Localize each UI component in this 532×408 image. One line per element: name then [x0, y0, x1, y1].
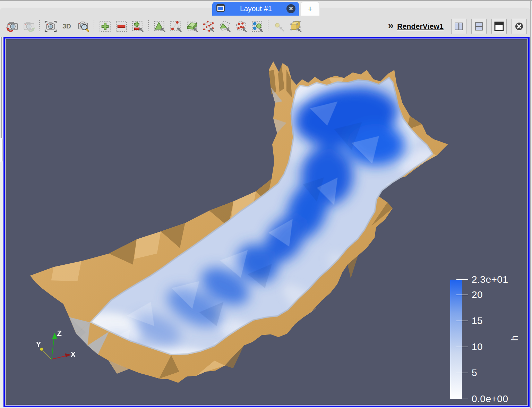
axis-y-label: Y — [36, 340, 41, 349]
legend-max-label: 2.3e+01 — [472, 274, 508, 285]
capture-screenshot-icon — [44, 20, 57, 33]
close-tab-button[interactable]: ✕ — [286, 4, 295, 13]
render-view-frame: X Y Z 2.3e+01 20 15 10 5 0.0e+00 h — [3, 37, 530, 407]
axis-z-label: Z — [57, 329, 62, 338]
layout-tab-icon — [216, 3, 225, 14]
close-icon: ✕ — [289, 6, 293, 12]
toolbar-separator — [148, 20, 149, 33]
camera-redo-icon — [22, 20, 35, 33]
toolbar-separator — [39, 20, 40, 33]
modify-selection-button[interactable] — [129, 18, 146, 35]
legend-tick-line — [456, 295, 468, 295]
legend-tick-line — [456, 279, 468, 280]
layout-tab-bar: Layout #1 ✕ + — [0, 1, 530, 16]
terrain-scene: X Y Z — [6, 39, 527, 405]
camera-redo-button[interactable] — [20, 18, 37, 35]
render-view-toolbar: 3D — [0, 16, 530, 37]
shrink-selection-icon — [115, 20, 128, 33]
legend-title: h — [509, 335, 520, 341]
modify-selection-icon — [131, 20, 144, 33]
orientation-axes-widget: X Y Z — [36, 329, 76, 359]
window-right-edge — [530, 1, 531, 408]
split-horizontal-button[interactable] — [451, 19, 466, 34]
render-view-name[interactable]: RenderView1 — [397, 22, 444, 31]
select-cells-polygon-icon — [218, 20, 231, 33]
select-points-through-icon — [202, 20, 215, 33]
select-cells-on-button[interactable] — [151, 18, 168, 35]
legend-tick-line — [456, 373, 468, 373]
shrink-selection-button[interactable] — [113, 18, 129, 35]
hover-cells-icon — [289, 20, 302, 33]
render-viewport[interactable]: X Y Z 2.3e+01 20 15 10 5 0.0e+00 h — [6, 39, 527, 405]
close-view-button[interactable] — [512, 19, 527, 34]
select-cells-through-icon — [186, 20, 199, 33]
toggle-3d-label: 3D — [62, 23, 71, 30]
camera-undo-icon — [6, 20, 19, 33]
tab-label: Layout #1 — [229, 5, 283, 13]
left-panel-strip — [0, 37, 3, 408]
select-points-through-button[interactable] — [200, 18, 216, 35]
select-cells-on-icon — [153, 20, 166, 33]
overflow-chevrons-icon: » — [388, 19, 394, 31]
legend-tick-line — [456, 321, 468, 321]
grow-selection-button[interactable] — [97, 18, 113, 35]
hover-cells-button[interactable] — [287, 18, 303, 35]
legend-min-label: 0.0e+00 — [472, 393, 508, 405]
camera-undo-button[interactable] — [4, 18, 20, 35]
hover-points-icon — [273, 20, 286, 33]
legend-tick-label: 5 — [472, 367, 477, 379]
close-view-icon — [514, 21, 524, 32]
split-vertical-icon — [474, 21, 484, 32]
adjust-camera-icon — [77, 20, 90, 33]
legend-tick-line — [456, 347, 468, 347]
adjust-camera-button[interactable] — [75, 18, 91, 35]
legend-tick-label: 20 — [472, 289, 483, 300]
toolbar-separator — [94, 20, 94, 33]
panel-edge-line — [1, 37, 2, 138]
select-points-polygon-icon — [234, 20, 248, 33]
split-vertical-button[interactable] — [471, 19, 487, 34]
maximize-view-button[interactable] — [491, 19, 507, 34]
hover-points-button[interactable] — [271, 18, 287, 35]
interactive-select-cells-button[interactable] — [249, 18, 265, 35]
interactive-select-cells-icon — [251, 20, 264, 33]
plus-icon: + — [308, 4, 313, 14]
new-tab-button[interactable]: + — [300, 2, 320, 16]
maximize-view-icon — [494, 21, 504, 32]
legend-tick-label: 10 — [472, 341, 483, 352]
legend-tick-label: 15 — [472, 315, 483, 326]
grow-selection-icon — [98, 20, 112, 33]
select-points-on-button[interactable] — [168, 18, 184, 35]
split-horizontal-icon — [454, 21, 464, 32]
select-cells-polygon-button[interactable] — [216, 18, 233, 35]
toolbar-overflow-button[interactable]: » — [388, 18, 397, 35]
select-points-on-icon — [169, 20, 182, 33]
tab-layout-1[interactable]: Layout #1 ✕ — [212, 2, 299, 16]
select-points-polygon-button[interactable] — [233, 18, 249, 35]
color-legend-bar — [450, 280, 462, 399]
color-legend[interactable]: 2.3e+01 20 15 10 5 0.0e+00 h — [450, 278, 527, 405]
legend-tick-line — [456, 399, 468, 399]
capture-screenshot-button[interactable] — [42, 18, 59, 35]
panel-splitter-handle[interactable] — [0, 138, 3, 162]
toolbar-separator — [268, 20, 268, 33]
select-cells-through-button[interactable] — [184, 18, 200, 35]
axis-x-label: X — [71, 350, 76, 359]
toggle-3d-button[interactable]: 3D — [59, 18, 75, 35]
